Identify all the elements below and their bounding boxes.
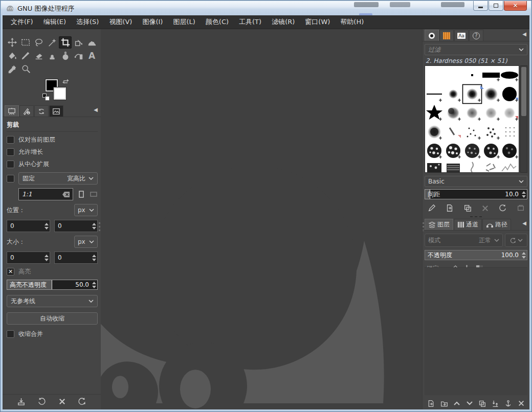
paintbrush-tool[interactable] (19, 50, 32, 62)
layers-dock-collapse-icon[interactable]: ◀ (522, 220, 526, 226)
menu-edit[interactable]: 编辑(E) (38, 15, 71, 29)
tab-undo-history[interactable] (34, 105, 49, 117)
brush-spacing-slider[interactable]: 间距 10.0 (425, 189, 527, 199)
tab-tool-options[interactable] (5, 105, 19, 117)
fuzzy-select-tool[interactable] (46, 36, 58, 49)
spinner[interactable] (91, 255, 97, 261)
tab-brushes[interactable] (425, 30, 439, 41)
fixed-checkbox[interactable] (7, 175, 14, 182)
restore-tool-preset-button[interactable] (37, 397, 46, 406)
blend-space-button[interactable] (505, 234, 527, 247)
maximize-button[interactable] (489, 1, 503, 11)
clear-input-icon[interactable] (62, 192, 70, 197)
shrink-merged-option[interactable]: 收缩合并 (7, 330, 98, 338)
layer-mode-dropdown[interactable]: 模式 正常 (425, 234, 503, 247)
menu-select[interactable]: 选择(S) (71, 15, 104, 29)
menu-file[interactable]: 文件(F) (6, 15, 38, 29)
spinner[interactable] (43, 223, 50, 230)
position-unit-dropdown[interactable]: px (74, 204, 98, 216)
eraser-tool[interactable] (32, 50, 45, 62)
menu-colors[interactable]: 颜色(C) (201, 15, 234, 29)
rectangle-select-tool[interactable] (19, 36, 32, 49)
menu-windows[interactable]: 窗口(W) (300, 15, 335, 29)
position-y-spinbox[interactable]: 0 (54, 220, 98, 232)
menu-filters[interactable]: 滤镜(R) (267, 15, 300, 29)
menu-tools[interactable]: 工具(T) (234, 15, 267, 29)
tab-device-status[interactable] (19, 105, 34, 117)
menu-layer[interactable]: 图层(L) (168, 15, 200, 29)
duplicate-brush-button[interactable] (463, 204, 472, 212)
checkbox[interactable] (7, 330, 14, 338)
tab-channels[interactable]: 通道 (454, 219, 482, 230)
bucket-fill-tool[interactable] (6, 50, 18, 62)
layer-opacity-slider[interactable]: 不透明度 100.0 (425, 250, 527, 260)
checkbox[interactable] (7, 161, 14, 168)
unified-transform-tool[interactable] (72, 36, 85, 49)
checkbox[interactable] (7, 148, 14, 156)
brush-scrollbar[interactable] (520, 65, 527, 173)
tab-paths[interactable]: 路径 (482, 219, 511, 230)
delete-brush-button[interactable] (481, 204, 489, 212)
save-tool-preset-button[interactable] (17, 397, 26, 406)
minimize-button[interactable] (473, 1, 488, 11)
size-height-spinbox[interactable]: 0 (54, 251, 98, 264)
dock-splitter[interactable] (423, 215, 529, 218)
brushes-dock-collapse-icon[interactable]: ◀ (522, 31, 526, 37)
spinner[interactable] (520, 191, 527, 198)
move-tool[interactable] (6, 36, 18, 49)
delete-tool-preset-button[interactable] (58, 398, 66, 405)
tab-images[interactable] (49, 105, 63, 117)
smudge-tool[interactable] (59, 50, 72, 62)
menu-help[interactable]: 帮助(H) (335, 15, 369, 29)
allow-growing-option[interactable]: 允许增长 (7, 148, 98, 156)
crop-tool[interactable] (59, 36, 72, 49)
swap-colors-icon[interactable] (62, 78, 70, 85)
raise-layer-button[interactable] (453, 400, 460, 406)
brush-filter-entry[interactable]: 过滤 (425, 44, 527, 55)
auto-shrink-button[interactable]: 自动收缩 (7, 312, 98, 325)
brush-tag-dropdown[interactable]: Basic (425, 176, 527, 187)
expand-from-center-option[interactable]: 从中心扩展 (7, 160, 98, 169)
clone-tool[interactable] (46, 50, 58, 62)
current-layer-only-option[interactable]: 仅对当前图层 (7, 135, 98, 144)
background-color-swatch[interactable] (54, 87, 66, 100)
spinner[interactable] (520, 252, 527, 259)
color-picker-tool[interactable] (6, 63, 19, 75)
size-width-spinbox[interactable]: 0 (7, 251, 50, 264)
zoom-tool[interactable] (19, 63, 33, 75)
brush-grid[interactable] (425, 65, 519, 173)
tab-help[interactable]: ? (469, 30, 483, 41)
position-x-spinbox[interactable]: 0 (7, 220, 50, 232)
merge-down-button[interactable] (492, 400, 499, 407)
edit-brush-button[interactable] (428, 204, 436, 212)
new-brush-button[interactable] (446, 204, 454, 212)
spinner[interactable] (91, 223, 97, 230)
landscape-orientation-button[interactable] (90, 190, 98, 198)
left-dock-collapse-icon[interactable]: ◀ (94, 107, 98, 112)
new-layer-button[interactable] (427, 400, 435, 407)
close-button[interactable]: ✕ (504, 1, 527, 11)
open-brush-as-image-button[interactable] (517, 204, 525, 212)
highlight-option[interactable]: ✕ 高亮 (7, 267, 98, 276)
airbrush-tool[interactable] (72, 50, 85, 62)
spinner[interactable] (43, 255, 50, 261)
size-unit-dropdown[interactable]: px (74, 236, 98, 248)
canvas-area[interactable] (101, 29, 423, 409)
spinner[interactable] (91, 282, 97, 288)
checkbox[interactable] (7, 136, 14, 144)
tab-fonts[interactable]: Aa (454, 30, 469, 41)
reset-tool-options-button[interactable] (78, 397, 86, 406)
portrait-orientation-button[interactable] (77, 190, 85, 198)
menu-view[interactable]: 视图(V) (104, 15, 137, 29)
default-colors-button[interactable] (42, 94, 50, 101)
title-bar[interactable]: GNU 图像处理程序 ✕ (1, 1, 531, 15)
layers-list[interactable] (425, 267, 527, 395)
free-select-tool[interactable] (32, 36, 45, 49)
scrollbar-thumb[interactable] (521, 67, 526, 116)
guides-dropdown[interactable]: 无参考线 (7, 295, 98, 307)
lower-layer-button[interactable] (466, 400, 473, 406)
tab-patterns[interactable] (439, 30, 454, 41)
tab-layers[interactable]: 图层 (425, 219, 453, 230)
new-layer-group-button[interactable] (440, 400, 448, 407)
delete-layer-button[interactable] (518, 400, 525, 407)
